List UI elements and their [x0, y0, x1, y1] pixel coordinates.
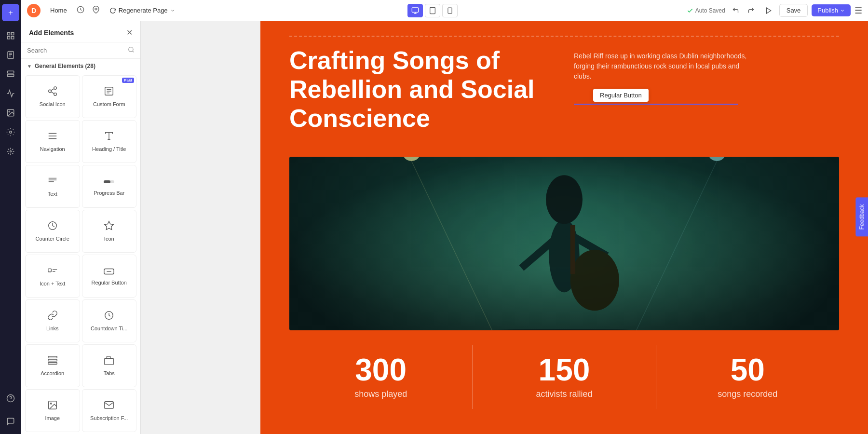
- counter-circle-preview: [47, 220, 58, 233]
- pages-icon[interactable]: [2, 46, 19, 64]
- button-tooltip-wrapper: Regular Button: [574, 89, 839, 105]
- panel-title: Add Elements: [29, 29, 74, 37]
- dashboard-icon[interactable]: [2, 27, 19, 44]
- canvas-wrapper: Crafting Songs of Rebellion and Social C…: [260, 21, 868, 434]
- canvas-hero-right: Rebel Riff rose up in working class Dubl…: [574, 46, 839, 142]
- svg-point-28: [54, 87, 57, 90]
- svg-point-30: [54, 93, 57, 96]
- element-label-accordion: Accordion: [41, 370, 64, 377]
- element-label-counter-circle: Counter Circle: [36, 236, 69, 242]
- social-icon-preview: [47, 86, 58, 99]
- logo: D: [27, 4, 41, 17]
- svg-point-66: [546, 176, 583, 224]
- custom-form-preview: [104, 86, 114, 99]
- svg-rect-3: [12, 37, 14, 39]
- tooltip-blue-line: [574, 104, 738, 105]
- accordion-preview: [47, 355, 58, 368]
- autosave-status: Auto Saved: [687, 7, 725, 14]
- svg-rect-46: [104, 180, 110, 183]
- svg-rect-49: [48, 269, 51, 271]
- stat-songs-label: songs recorded: [666, 389, 829, 399]
- element-links[interactable]: Links: [25, 299, 80, 342]
- element-progress-bar[interactable]: Progress Bar: [82, 165, 137, 208]
- stat-activists-number: 150: [482, 354, 646, 385]
- stat-songs: 50 songs recorded: [656, 345, 839, 409]
- element-regular-button[interactable]: Regular Button: [82, 255, 137, 298]
- svg-rect-2: [7, 37, 10, 39]
- element-navigation[interactable]: Navigation: [25, 120, 80, 163]
- subscription-form-preview: [104, 400, 114, 413]
- home-nav-item[interactable]: Home: [46, 5, 71, 16]
- top-bar: D Home Regenerate Page: [21, 0, 868, 21]
- save-button[interactable]: Save: [779, 4, 808, 17]
- integrations-icon[interactable]: [2, 143, 19, 160]
- element-heading-title[interactable]: Heading / Title: [82, 120, 137, 163]
- pin-icon[interactable]: [90, 4, 102, 17]
- svg-line-27: [133, 51, 134, 53]
- sections-icon[interactable]: [2, 66, 19, 83]
- element-label-image: Image: [45, 415, 60, 421]
- canvas-hero-left: Crafting Songs of Rebellion and Social C…: [289, 46, 555, 142]
- element-custom-form[interactable]: Paid Custom Form: [82, 75, 137, 118]
- analytics-icon[interactable]: [2, 85, 19, 102]
- undo-button[interactable]: [729, 4, 743, 17]
- chat-icon[interactable]: [2, 413, 19, 430]
- stat-songs-number: 50: [666, 354, 829, 385]
- stat-shows-number: 300: [299, 354, 462, 385]
- canvas-hero-desc: Rebel Riff rose up in working class Dubl…: [574, 51, 757, 81]
- redo-button[interactable]: [745, 4, 758, 17]
- svg-point-13: [10, 151, 12, 152]
- element-image[interactable]: Image: [25, 389, 80, 432]
- feedback-tab[interactable]: Feedback: [856, 198, 868, 237]
- element-label-subscription-form: Subscription F...: [90, 415, 128, 421]
- icon-preview: [104, 220, 114, 233]
- canvas-hero-title: Crafting Songs of Rebellion and Social C…: [289, 46, 555, 133]
- view-toggle-group: [185, 4, 681, 17]
- settings-icon[interactable]: [2, 123, 19, 141]
- search-input[interactable]: [27, 47, 125, 54]
- undo-redo-group: [729, 4, 758, 17]
- svg-line-31: [51, 92, 54, 94]
- history-icon[interactable]: [75, 4, 86, 17]
- element-icon-text[interactable]: Icon + Text: [25, 255, 80, 298]
- add-elements-icon[interactable]: ＋: [2, 4, 19, 21]
- countdown-preview: [104, 310, 114, 323]
- element-label-custom-form: Custom Form: [93, 101, 125, 108]
- top-bar-right: Auto Saved Save Publish ☰: [687, 4, 862, 17]
- element-subscription-form[interactable]: Subscription F...: [82, 389, 137, 432]
- panel-close-button[interactable]: ✕: [126, 28, 133, 37]
- mobile-view-button[interactable]: [442, 4, 458, 17]
- regular-button-tooltip[interactable]: Regular Button: [593, 89, 649, 102]
- preview-button[interactable]: [762, 4, 775, 17]
- stat-activists: 150 activists rallied: [473, 345, 656, 409]
- tabs-preview: [104, 355, 114, 368]
- element-social-icon[interactable]: Social Icon: [25, 75, 80, 118]
- hamburger-menu-icon[interactable]: ☰: [854, 5, 862, 16]
- svg-point-12: [10, 131, 12, 134]
- help-icon[interactable]: [2, 390, 19, 407]
- tablet-view-button[interactable]: [425, 4, 440, 17]
- svg-marker-48: [105, 221, 113, 230]
- element-label-progress-bar: Progress Bar: [94, 190, 124, 196]
- element-icon[interactable]: Icon: [82, 210, 137, 253]
- element-text[interactable]: Text: [25, 165, 80, 208]
- element-label-heading: Heading / Title: [92, 146, 126, 152]
- element-counter-circle[interactable]: Counter Circle: [25, 210, 80, 253]
- desktop-view-button[interactable]: [407, 4, 423, 17]
- panel-header: Add Elements ✕: [21, 21, 140, 42]
- element-label-regular-button: Regular Button: [92, 280, 127, 286]
- section-header-general[interactable]: ▼ General Elements (28): [21, 59, 140, 73]
- section-chevron-icon: ▼: [27, 64, 32, 69]
- elements-panel: Add Elements ✕ ▼ General Elements (28) S…: [21, 21, 141, 434]
- svg-rect-18: [412, 8, 418, 12]
- publish-button[interactable]: Publish: [812, 4, 851, 16]
- element-accordion[interactable]: Accordion: [25, 344, 80, 387]
- media-icon[interactable]: [2, 104, 19, 122]
- element-countdown-timer[interactable]: Countdown Ti...: [82, 299, 137, 342]
- elements-grid: Social Icon Paid Custom Form Navigation …: [21, 73, 140, 434]
- element-tabs[interactable]: Tabs: [82, 344, 137, 387]
- element-label-countdown: Countdown Ti...: [91, 326, 127, 332]
- regenerate-button[interactable]: Regenerate Page: [106, 5, 179, 16]
- canvas-concert-image: [289, 157, 839, 330]
- svg-rect-21: [430, 7, 435, 14]
